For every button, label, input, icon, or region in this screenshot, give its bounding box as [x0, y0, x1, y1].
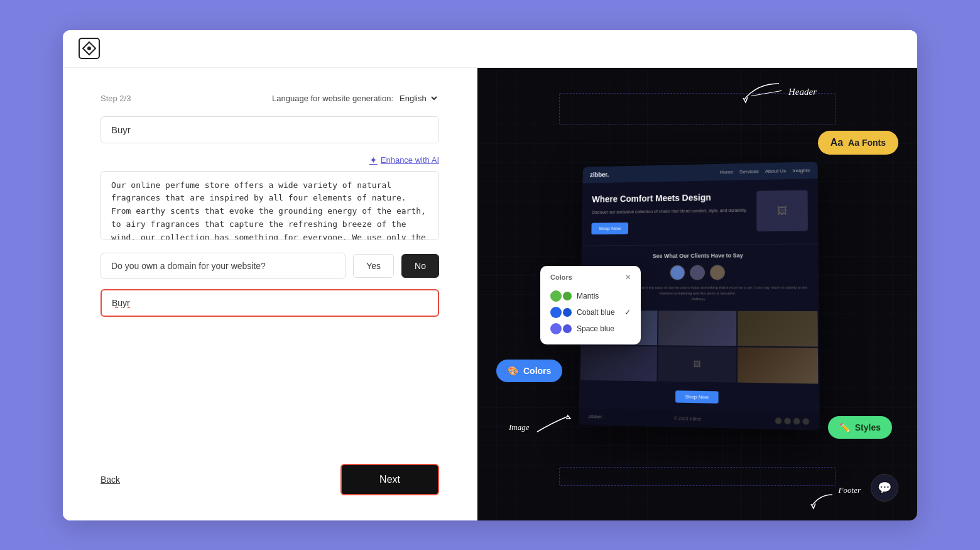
bottom-actions: Back Next: [101, 445, 439, 495]
enhance-ai-button[interactable]: ✦ Enhance with AI: [369, 155, 439, 166]
colors-button[interactable]: 🎨 Colors: [496, 360, 562, 382]
yes-button[interactable]: Yes: [353, 254, 394, 278]
social-icon-1: [775, 417, 781, 424]
gallery-cell-4: [580, 346, 657, 381]
color-option-mantis[interactable]: Mantis: [550, 288, 631, 304]
step-info: Step 2/3 Language for website generation…: [101, 93, 439, 104]
color-option-cobalt[interactable]: Cobalt blue ✓: [550, 304, 631, 321]
colors-dropdown: Colors ✕ Mantis Cobalt blue ✓: [540, 266, 641, 344]
styles-button[interactable]: ✏️ Styles: [828, 416, 892, 439]
preview-footer-logo: zibber.: [589, 414, 603, 420]
back-button[interactable]: Back: [101, 475, 120, 485]
preview-hero-desc: Discover our exclusive collection of cha…: [592, 207, 750, 215]
testimonials-title: See What Our Clients Have to Say: [591, 251, 808, 259]
gallery-cell-3: [738, 311, 818, 346]
mantis-swatch-2: [563, 292, 572, 300]
enhance-ai-label: Enhance with AI: [381, 155, 439, 165]
no-button[interactable]: No: [401, 254, 439, 278]
step-counter: Step 2/3: [101, 94, 131, 103]
colors-label: Colors: [523, 366, 551, 376]
right-panel: zibber. Home Services About Us Insights …: [477, 68, 917, 520]
gallery-cell-2: [658, 311, 736, 346]
svg-point-1: [87, 47, 91, 50]
preview-nav-logo: zibber.: [590, 171, 609, 178]
domain-question-row: Do you own a domain for your website? Ye…: [101, 253, 439, 279]
colors-dropdown-title: Colors ✕: [550, 273, 631, 282]
header-annotation-label: Header: [788, 87, 817, 97]
language-selector[interactable]: Language for website generation: English…: [272, 93, 439, 104]
domain-input[interactable]: [101, 289, 439, 317]
social-icon-2: [784, 417, 790, 424]
image-annotation: Image: [509, 422, 530, 432]
cobalt-label: Cobalt blue: [577, 308, 615, 317]
preview-hero-title: Where Comfort Meets Design: [592, 190, 750, 204]
styles-label: Styles: [855, 422, 881, 432]
chat-icon: 💬: [878, 481, 891, 495]
color-palette-icon: 🎨: [508, 366, 518, 376]
next-button[interactable]: Next: [340, 464, 439, 495]
cobalt-check-icon: ✓: [624, 308, 631, 317]
description-textarea[interactable]: Our online perfume store offers a wide v…: [101, 171, 439, 240]
footer-selection-box: [559, 467, 836, 486]
close-icon[interactable]: ✕: [625, 273, 631, 282]
business-name-input[interactable]: [101, 116, 439, 143]
preview-footer-copy: © 2023 zibber: [674, 416, 702, 421]
header-annotation: Header: [788, 87, 817, 97]
preview-hero-image: 🖼: [756, 190, 808, 231]
preview-gallery-shop-button[interactable]: Shop Now: [675, 390, 719, 404]
nav-link-home: Home: [720, 169, 733, 175]
fonts-icon: Aa: [830, 137, 843, 148]
space-swatch-2: [563, 324, 572, 333]
enhance-ai-row: ✦ Enhance with AI: [101, 155, 439, 166]
image-placeholder-icon: 🖼: [777, 205, 787, 216]
preview-hero: Where Comfort Meets Design Discover our …: [582, 179, 819, 245]
preview-hero-text: Where Comfort Meets Design Discover our …: [591, 190, 750, 234]
language-select[interactable]: English Spanish French German: [397, 93, 439, 104]
nav-link-services: Services: [739, 168, 759, 174]
left-panel: Step 2/3 Language for website generation…: [63, 68, 477, 520]
styles-icon: ✏️: [839, 422, 850, 432]
cobalt-swatch-2: [563, 308, 572, 317]
sparkle-icon: ✦: [369, 155, 378, 166]
content-area: Step 2/3 Language for website generation…: [63, 68, 917, 520]
domain-question-label: Do you own a domain for your website?: [101, 253, 346, 279]
space-label: Space blue: [577, 324, 614, 333]
preview-footer-icons: [775, 417, 809, 425]
avatar-3: [710, 265, 725, 280]
cobalt-swatch: [550, 307, 562, 318]
fonts-label: Aa Fonts: [848, 138, 886, 148]
gallery-cell-5: 🖼: [658, 346, 736, 382]
color-option-space[interactable]: Space blue: [550, 321, 631, 337]
mantis-swatch: [550, 290, 562, 302]
chat-button[interactable]: 💬: [871, 474, 898, 502]
top-bar: [63, 30, 917, 68]
avatar-1: [670, 265, 685, 280]
social-icon-4: [803, 418, 810, 425]
gallery-footer-section: Shop Now: [579, 381, 820, 413]
preview-nav-links: Home Services About Us Insights: [720, 167, 810, 175]
mantis-label: Mantis: [577, 292, 599, 300]
avatar-2: [690, 265, 705, 280]
footer-annotation: Footer: [839, 485, 861, 495]
gallery-cell-6: [738, 347, 818, 383]
social-icon-3: [793, 417, 800, 424]
language-label: Language for website generation:: [272, 94, 393, 103]
nav-link-insights: Insights: [792, 167, 810, 173]
header-selection-box: [559, 93, 836, 124]
nav-link-about: About Us: [765, 168, 786, 174]
fonts-button[interactable]: Aa Aa Fonts: [818, 131, 898, 155]
space-swatch: [550, 323, 562, 334]
app-logo: [78, 37, 101, 60]
preview-shop-now-button[interactable]: Shop Now: [591, 222, 628, 234]
